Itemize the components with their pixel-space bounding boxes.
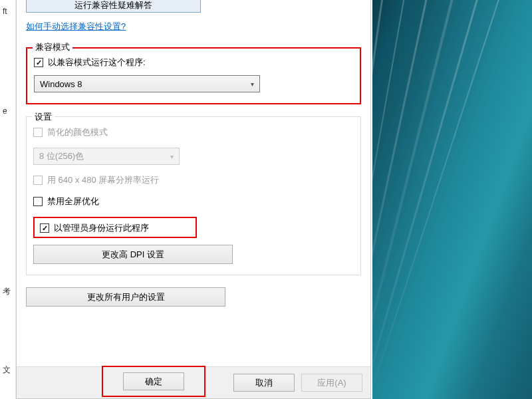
ok-button[interactable]: 确定 [123, 372, 184, 390]
ok-button-highlight: 确定 [102, 366, 205, 397]
reduced-color-label: 简化的颜色模式 [47, 126, 108, 138]
compat-mode-checkbox-row[interactable]: 以兼容模式运行这个程序: [34, 57, 353, 68]
run-compatibility-troubleshooter-button[interactable]: 运行兼容性疑难解答 [26, 0, 201, 13]
compat-mode-dropdown-value: Windows 8 [40, 79, 82, 89]
color-depth-value: 8 位(256)色 [39, 150, 84, 162]
settings-group-label: 设置 [32, 111, 55, 123]
compat-group-label: 兼容模式 [33, 41, 72, 53]
apply-button: 应用(A) [301, 374, 362, 392]
change-high-dpi-settings-button[interactable]: 更改高 DPI 设置 [33, 245, 233, 264]
help-link-manual-compat-settings[interactable]: 如何手动选择兼容性设置? [26, 21, 126, 33]
run-as-admin-highlight: 以管理员身份运行此程序 [33, 217, 197, 238]
reduced-color-checkbox-row: 简化的颜色模式 [33, 126, 354, 138]
disable-fullscreen-opt-checkbox[interactable] [33, 197, 43, 206]
chevron-down-icon: ▾ [251, 80, 254, 88]
troubleshoot-label: 运行兼容性疑难解答 [74, 0, 152, 10]
dialog-button-row: 确定 取消 应用(A) [17, 366, 370, 398]
disable-fullscreen-opt-label: 禁用全屏优化 [47, 196, 99, 207]
low-res-checkbox-row: 用 640 x 480 屏幕分辨率运行 [33, 174, 354, 186]
chevron-down-icon: ▾ [170, 153, 174, 160]
settings-group: 设置 简化的颜色模式 8 位(256)色 ▾ 用 640 x 480 屏幕分辨率… [26, 116, 361, 275]
run-as-admin-label: 以管理员身份运行此程序 [54, 222, 149, 234]
background-window-sliver: ft e 考 文 [0, 0, 16, 399]
color-depth-dropdown: 8 位(256)色 ▾ [33, 148, 180, 165]
reduced-color-checkbox [33, 128, 43, 137]
low-res-checkbox [33, 176, 43, 185]
low-res-label: 用 640 x 480 屏幕分辨率运行 [47, 174, 159, 186]
cancel-button[interactable]: 取消 [233, 374, 295, 392]
compat-mode-checkbox-label: 以兼容模式运行这个程序: [48, 57, 146, 68]
compat-mode-checkbox[interactable] [34, 58, 43, 67]
run-as-admin-row[interactable]: 以管理员身份运行此程序 [40, 222, 190, 234]
change-settings-for-all-users-button[interactable]: 更改所有用户的设置 [26, 287, 225, 307]
properties-dialog-compatibility-tab: 运行兼容性疑难解答 如何手动选择兼容性设置? 兼容模式 以兼容模式运行这个程序:… [16, 0, 371, 399]
compat-mode-dropdown[interactable]: Windows 8 ▾ [34, 75, 260, 92]
compatibility-mode-group: 兼容模式 以兼容模式运行这个程序: Windows 8 ▾ [26, 47, 361, 104]
run-as-admin-checkbox[interactable] [40, 223, 49, 233]
desktop-wallpaper [372, 0, 532, 399]
disable-fullscreen-opt-row[interactable]: 禁用全屏优化 [33, 196, 354, 207]
